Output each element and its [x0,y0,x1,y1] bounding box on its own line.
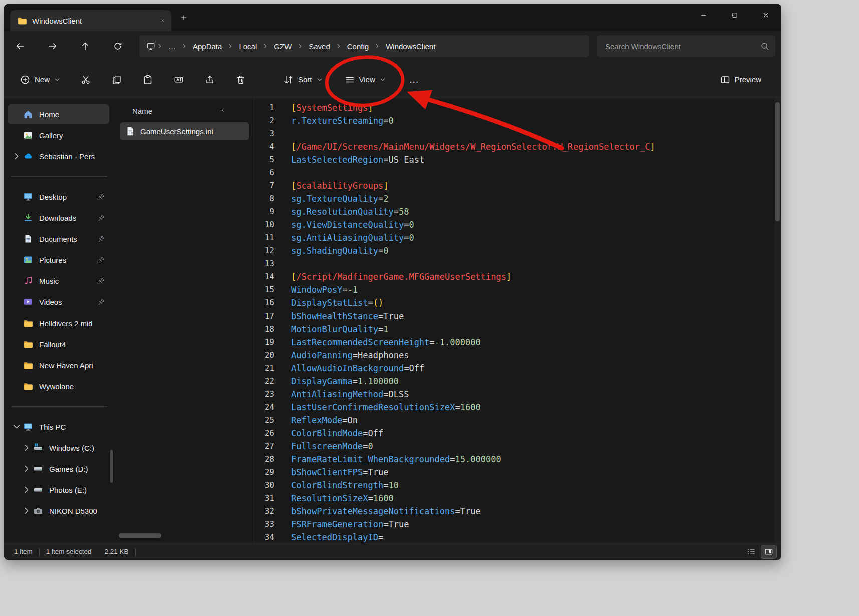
sort-button[interactable]: Sort [277,69,329,91]
vertical-scrollbar-thumb[interactable] [775,102,780,221]
delete-button[interactable] [229,69,252,91]
sidebar-item-helldivers-2-mid[interactable]: Helldivers 2 mid [8,313,109,333]
code-line-10: 10sg.ViewDistanceQuality=0 [254,218,774,231]
sidebar-item-sebastian-pers[interactable]: Sebastian - Pers [8,146,109,166]
new-button[interactable]: New [14,69,66,91]
chevron-right-icon[interactable] [374,43,380,49]
breadcrumb-item-appdata[interactable]: AppData [189,40,226,53]
breadcrumb-item-saved[interactable]: Saved [305,40,334,53]
this-pc-icon[interactable] [146,42,155,51]
sidebar-scrollbar[interactable] [110,450,113,483]
details-view-button[interactable] [744,545,759,558]
chevron-right-icon[interactable] [22,443,31,452]
line-number: 33 [254,518,274,531]
line-content: [ScalabilityGroups] [291,179,389,192]
line-content: bShowClientFPS=True [291,466,389,479]
maximize-button[interactable] [719,4,750,26]
sidebar-item-downloads[interactable]: Downloads [8,208,109,228]
status-bar: 1 item 1 item selected 2.21 KB [4,543,781,560]
more-options-button[interactable]: … [404,69,425,91]
code-line-12: 12sg.ShadingQuality=0 [254,244,774,257]
preview-toggle-button[interactable]: Preview [714,69,767,91]
sidebar-item-new-haven-apri[interactable]: New Haven Apri [8,355,109,375]
close-button[interactable] [750,4,781,26]
horizontal-scrollbar-thumb[interactable] [119,533,161,538]
selection-size: 2.21 KB [105,548,129,555]
code-line-5: 5LastSelectedRegion=US East [254,153,774,166]
sort-button-label: Sort [298,75,312,84]
large-thumbnails-view-button[interactable] [761,545,776,558]
chevron-right-icon[interactable] [22,485,31,494]
sidebar-item-label: Windows (C:) [49,444,105,452]
cut-button[interactable] [74,69,97,91]
chevron-right-icon[interactable] [262,43,268,49]
desktop-icon [23,192,33,202]
explorer-tab[interactable]: WindowsClient [10,10,171,31]
view-button[interactable]: View [339,69,392,91]
line-number: 6 [254,166,274,179]
sidebar-item-music[interactable]: Music [8,271,109,291]
sidebar-item-gallery[interactable]: Gallery [8,125,109,145]
search-box[interactable] [597,35,775,57]
minimize-button[interactable] [688,4,719,26]
sidebar-item-wywolane[interactable]: Wywolane [8,376,109,396]
breadcrumb-item-gzw[interactable]: GZW [270,40,296,53]
sidebar-item-label: Wywolane [39,382,105,391]
vertical-scrollbar-track[interactable] [774,98,781,543]
line-number: 17 [254,310,274,323]
sidebar-item-pictures[interactable]: Pictures [8,250,109,270]
back-arrow-icon [15,41,25,51]
chevron-right-icon[interactable] [22,506,31,515]
share-button[interactable] [198,69,221,91]
breadcrumb-item-config[interactable]: Config [343,40,373,53]
chevron-right-icon[interactable] [22,464,31,473]
details-view-icon [747,547,756,556]
sidebar-item-label: Sebastian - Pers [39,152,105,161]
sidebar-item-games-d[interactable]: Games (D:) [18,459,109,479]
sidebar-item-windows-c[interactable]: Windows (C:) [18,438,109,458]
sidebar-item-nikon-d5300[interactable]: NIKON D5300 [18,501,109,521]
breadcrumb-ellipsis[interactable]: … [164,40,180,53]
chevron-down-icon[interactable] [12,422,21,431]
titlebar: WindowsClient [4,4,781,31]
line-content: FullscreenMode=0 [291,440,373,453]
sidebar-item-documents[interactable]: Documents [8,229,109,249]
sidebar-item-fallout4[interactable]: Fallout4 [8,334,109,354]
code-line-15: 15WindowPosY=-1 [254,283,774,296]
paste-button[interactable] [136,69,159,91]
tab-close-icon[interactable] [159,17,166,24]
code-line-20: 20AudioPanning=Headphones [254,349,774,362]
new-tab-button[interactable] [175,9,192,26]
forward-button[interactable] [42,36,64,56]
sidebar-item-videos[interactable]: Videos [8,292,109,312]
refresh-button[interactable] [107,36,129,56]
sidebar-item-this-pc[interactable]: This PC [8,417,109,437]
copy-button[interactable] [105,69,128,91]
breadcrumb-item-local[interactable]: Local [235,40,261,53]
code-line-7: 7[ScalabilityGroups] [254,179,774,192]
sidebar-item-desktop[interactable]: Desktop [8,187,109,207]
file-row-gameusersettings-ini[interactable]: GameUserSettings.ini [120,122,249,140]
chevron-right-icon[interactable] [227,43,233,49]
breadcrumb-item-windowsclient[interactable]: WindowsClient [382,40,439,53]
line-content: sg.ResolutionQuality=58 [291,205,409,218]
chevron-spacer [12,192,21,201]
rename-button[interactable] [167,69,190,91]
chevron-right-icon[interactable] [336,43,342,49]
chevron-right-icon[interactable] [181,43,187,49]
gallery-icon [23,130,33,140]
sidebar-item-photos-e[interactable]: Photos (E:) [18,480,109,500]
sidebar-item-home[interactable]: Home [8,104,109,124]
name-column-header[interactable]: Name [114,102,254,119]
back-button[interactable] [9,36,31,56]
search-input[interactable] [605,42,760,51]
chevron-right-icon[interactable] [297,43,303,49]
line-content: LastSelectedRegion=US East [291,153,424,166]
chevron-spacer [12,110,21,119]
chevron-right-icon[interactable] [157,43,163,49]
line-number: 15 [254,283,274,296]
chevron-right-icon[interactable] [12,152,21,161]
up-button[interactable] [74,36,96,56]
sidebar-item-label: Downloads [39,214,95,222]
code-line-21: 21AllowAudioInBackground=Off [254,362,774,375]
